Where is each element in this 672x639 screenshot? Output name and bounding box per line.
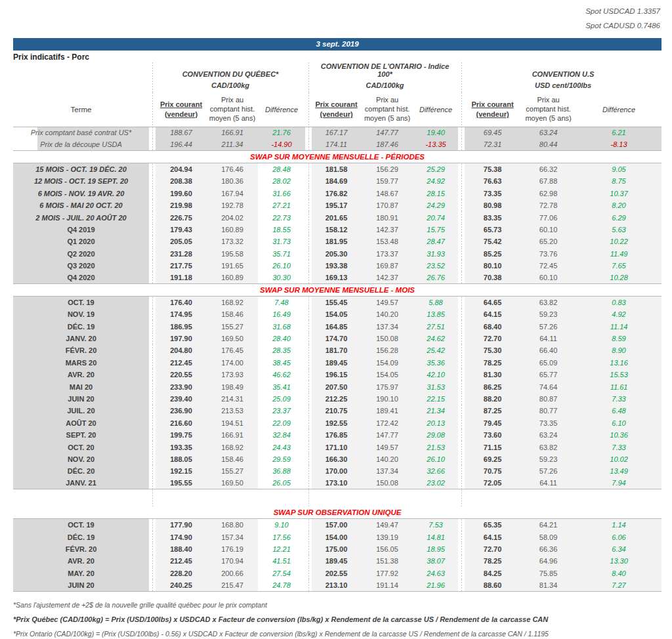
quebec-diff-cell: 41.51 <box>258 555 305 567</box>
terme-cell: JUIN 20 <box>13 393 149 405</box>
column-separator <box>149 211 156 223</box>
column-separator <box>149 127 156 138</box>
quebec-pc-cell: 177.90 <box>156 519 207 531</box>
quebec-diff-cell: 23.37 <box>258 405 305 417</box>
terme-cell: 15 MOIS - OCT. 19 DÉC. 20 <box>13 163 149 175</box>
footnote-quality-grid: *Sans l'ajustement de +2$ de la nouvelle… <box>13 598 672 612</box>
ontario-pc-cell: 189.45 <box>312 357 361 369</box>
ontario-pc-cell: 169.13 <box>312 272 361 283</box>
quebec-diff-cell: 28.40 <box>258 333 305 344</box>
ontario-hist-cell: 140.20 <box>361 453 413 465</box>
column-separator <box>458 163 465 175</box>
quebec-hist-cell: 215.47 <box>207 579 258 591</box>
us-pc-cell: 70.75 <box>465 465 520 477</box>
quebec-pc-cell: 240.25 <box>156 579 207 591</box>
us-diff-cell: 6.34 <box>576 543 662 555</box>
terme-cell: AVR. 20 <box>13 555 149 567</box>
us-hist-cell: 57.26 <box>520 465 576 477</box>
quebec-pc-cell: 219.98 <box>156 199 207 211</box>
column-separator <box>305 163 312 175</box>
quebec-diff-cell: 22.09 <box>258 417 305 429</box>
ontario-hist-cell: 147.77 <box>361 429 413 441</box>
quebec-diff-cell: 36.88 <box>258 465 305 477</box>
table-row: Q4 2020191.18160.8930.30169.13142.3726.7… <box>13 272 662 283</box>
us-diff-cell: 11.61 <box>576 381 662 392</box>
ontario-pc-cell: 157.00 <box>312 519 361 531</box>
quebec-pc-cell: 208.38 <box>156 175 207 187</box>
quebec-pc-cell: 212.45 <box>156 357 207 369</box>
quebec-hist-cell: 214.31 <box>207 393 258 405</box>
column-separator <box>305 199 312 211</box>
quebec-diff-cell: 22.73 <box>258 211 305 223</box>
column-separator <box>305 93 312 127</box>
table-row: MAI 20233.90198.4935.41207.50175.9731.53… <box>13 381 662 392</box>
column-separator <box>458 320 465 332</box>
column-separator <box>458 344 465 356</box>
column-separator <box>458 236 465 247</box>
us-pc-cell: 81.30 <box>465 369 520 381</box>
column-separator <box>149 297 156 308</box>
price-table: CONVENTION DU QUÉBEC* CONVENTION DE L'ON… <box>13 62 662 592</box>
column-separator <box>305 531 312 543</box>
spot-usdcad: Spot USDCAD 1.3357 <box>585 4 660 18</box>
us-diff-cell: 13.30 <box>576 555 662 567</box>
quebec-pc-cell: 191.18 <box>156 272 207 283</box>
quebec-hist-cell: 166.91 <box>207 127 258 138</box>
ontario-hist-cell: 191.14 <box>361 579 413 591</box>
quebec-hist-cell: 204.02 <box>207 211 258 223</box>
column-separator <box>305 138 312 150</box>
column-separator <box>149 62 156 78</box>
ontario-pc-cell: 205.30 <box>312 248 361 260</box>
ontario-hist-cell: 140.20 <box>361 308 413 320</box>
terme-cell: Prix de la découpe USDA <box>13 138 149 150</box>
group-title-quebec: CONVENTION DU QUÉBEC* <box>156 62 305 78</box>
quebec-diff-cell: 31.66 <box>258 188 305 199</box>
column-separator <box>149 138 156 150</box>
ontario-hist-cell: 147.77 <box>361 127 413 138</box>
column-separator <box>149 478 156 489</box>
ontario-hist-cell: 149.57 <box>361 297 413 308</box>
terme-cell: FÉVR. 20 <box>13 344 149 356</box>
terme-cell: DÉC. 20 <box>13 465 149 477</box>
terme-cell: MARS 20 <box>13 357 149 369</box>
quebec-hist-cell: 157.34 <box>207 531 258 543</box>
ontario-pc-cell: 193.38 <box>312 260 361 272</box>
terme-cell: NOV. 19 <box>13 308 149 320</box>
ontario-pc-cell: 184.69 <box>312 175 361 187</box>
subheader-prix-courant-us: Prix courant (vendeur) <box>465 93 520 127</box>
quebec-diff-cell: 31.73 <box>258 236 305 247</box>
column-separator <box>458 357 465 369</box>
price-table-body: Prix comptant basé contrat US*188.67166.… <box>13 127 662 591</box>
quebec-pc-cell: 197.90 <box>156 333 207 344</box>
ontario-diff-cell: -13.35 <box>413 138 458 150</box>
group-unit-quebec: CAD/100kg <box>156 78 305 93</box>
us-hist-cell: 65.77 <box>520 369 576 381</box>
quebec-hist-cell: 158.46 <box>207 453 258 465</box>
quebec-pc-cell: 236.90 <box>156 405 207 417</box>
ontario-diff-cell: 20.74 <box>413 211 458 223</box>
table-row: OCT. 19177.90168.809.10157.00149.477.536… <box>13 519 662 531</box>
section-title-row: SWAP SUR OBSERVATION UNIQUE <box>13 506 662 519</box>
column-separator <box>458 78 465 93</box>
quebec-hist-cell: 173.93 <box>207 369 258 381</box>
table-row: Q1 2020205.05173.3231.73181.95153.4828.4… <box>13 236 662 247</box>
ontario-pc-cell: 213.10 <box>312 579 361 591</box>
column-separator <box>149 453 156 465</box>
table-row: Q3 2020217.75191.6526.10193.38169.8723.5… <box>13 260 662 272</box>
quebec-hist-cell: 169.50 <box>207 333 258 344</box>
column-separator <box>458 199 465 211</box>
ontario-hist-cell: 150.08 <box>361 478 413 489</box>
ontario-hist-cell: 149.47 <box>361 519 413 531</box>
column-separator <box>305 248 312 260</box>
us-hist-cell: 59.23 <box>520 453 576 465</box>
us-diff-cell: 0.83 <box>576 297 662 308</box>
column-separator <box>305 543 312 555</box>
quebec-pc-cell: 186.95 <box>156 320 207 332</box>
quebec-hist-cell: 200.66 <box>207 567 258 579</box>
quebec-diff-cell: 32.84 <box>258 429 305 441</box>
us-pc-cell: 88.20 <box>465 393 520 405</box>
table-row: NOV. 20188.05158.4629.59166.30140.2026.1… <box>13 453 662 465</box>
column-separator <box>458 579 465 591</box>
column-separator <box>305 78 312 93</box>
ontario-diff-cell: 19.40 <box>413 127 458 138</box>
